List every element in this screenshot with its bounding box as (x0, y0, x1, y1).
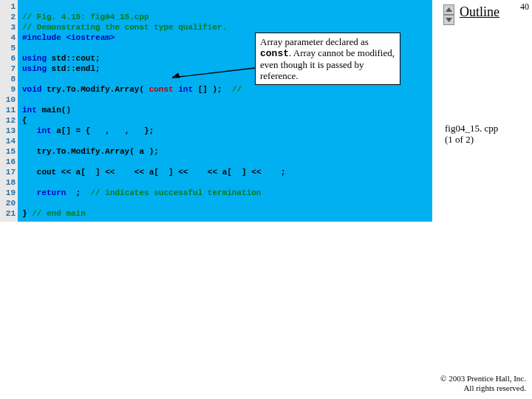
code-keyword: void (22, 85, 41, 94)
code-text: std::endl; (47, 64, 100, 73)
chevron-down-icon (444, 16, 454, 24)
copyright: © 2003 Prentice Hall, Inc. All rights re… (440, 374, 526, 393)
nav-next-button[interactable] (443, 15, 454, 25)
code-text: cout << a[ ] << (22, 168, 120, 177)
code-brace: { (22, 116, 27, 125)
code-keyword-const: const (149, 85, 174, 94)
figure-part: (1 of 2) (445, 134, 498, 145)
code-brace: } (22, 209, 32, 218)
chevron-up-icon (444, 5, 454, 14)
nav-prev-button[interactable] (443, 4, 454, 15)
nav-buttons (443, 4, 454, 25)
line-number-gutter: 123456789101112131415161718192021 (0, 0, 18, 222)
code-comment: // end main (32, 209, 86, 218)
code-text: try.To.Modify.Array( (41, 85, 149, 94)
code-comment: // Demonstrating the const type qualifie… (22, 23, 227, 32)
code-text: try.To.Modify.Array( a ); (22, 147, 159, 156)
code-comment: // Fig. 4.15: fig04_15.cpp (22, 13, 149, 21)
callout-keyword: const (260, 48, 289, 59)
code-keyword: int (22, 126, 52, 135)
code-listing: // Fig. 4.15: fig04_15.cpp // Demonstrat… (22, 1, 286, 219)
code-text: ; (266, 168, 285, 177)
outline-link[interactable]: Outline (460, 4, 499, 20)
code-comment: // indicates successful termination (90, 188, 261, 197)
code-keyword: using (22, 54, 47, 63)
page-number: 40 (520, 1, 529, 13)
copyright-line: © 2003 Prentice Hall, Inc. (440, 374, 526, 383)
slide: 123456789101112131415161718192021 // Fig… (0, 0, 532, 399)
code-comment: // (232, 85, 247, 94)
svg-marker-2 (446, 7, 452, 12)
callout-arrow (166, 66, 262, 81)
copyright-line: All rights reserved. (440, 383, 526, 393)
code-include-target: <iostream> (66, 33, 115, 42)
figure-file: fig04_15. cpp (445, 123, 498, 134)
code-text: << a[ ] << (193, 168, 266, 177)
code-preproc: #include (22, 33, 66, 42)
callout-box: Array parameter declared as const. Array… (255, 33, 400, 85)
code-keyword: return (22, 188, 66, 197)
code-text: main() (37, 106, 71, 115)
code-keyword: int (178, 85, 193, 94)
svg-line-0 (172, 68, 255, 78)
svg-marker-3 (446, 18, 452, 22)
code-text: [] ); (193, 85, 232, 94)
code-text: << a[ ] << (120, 168, 193, 177)
code-text: a[] = { , , }; (52, 126, 154, 135)
code-text: std::cout; (47, 54, 100, 63)
callout-text: Array parameter declared as (260, 36, 369, 47)
code-keyword: using (22, 64, 47, 73)
figure-reference: fig04_15. cpp (1 of 2) (445, 123, 498, 145)
svg-marker-1 (172, 73, 180, 78)
code-keyword: int (22, 106, 37, 115)
code-text: ; (66, 188, 90, 197)
